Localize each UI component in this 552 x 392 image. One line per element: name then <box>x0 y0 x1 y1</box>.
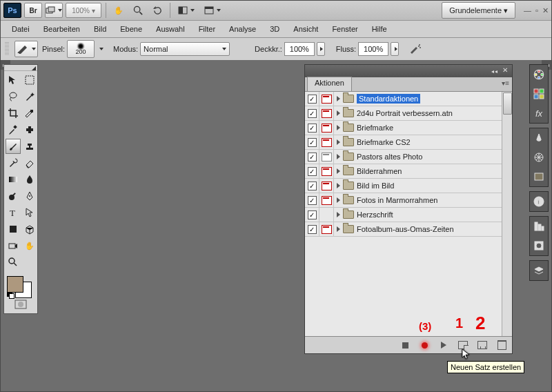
flow-field[interactable]: 100% <box>358 42 388 56</box>
expand-icon[interactable] <box>337 154 340 159</box>
action-row[interactable]: ✓Bilderrahmen <box>305 164 512 179</box>
action-row[interactable]: ✓Briefmarke CS2 <box>305 135 512 150</box>
menu-bearbeiten[interactable]: Bearbeiten <box>37 23 87 35</box>
toolbox-header[interactable] <box>4 65 37 71</box>
shape-tool[interactable] <box>6 222 21 237</box>
3d-tool[interactable] <box>22 222 37 237</box>
opacity-flyout[interactable] <box>317 42 325 56</box>
action-row[interactable]: ✓Fotos in Marmorrahmen <box>305 193 512 208</box>
navigator-panel-icon[interactable] <box>531 169 546 184</box>
menu-bild[interactable]: Bild <box>87 23 113 35</box>
stop-recording-button[interactable] <box>400 340 410 350</box>
color-panel-icon[interactable] <box>531 67 546 82</box>
brushes-panel-icon[interactable] <box>531 130 546 146</box>
collapse-panel-icon[interactable]: ◂◂ <box>491 68 498 75</box>
crop-tool[interactable] <box>6 106 21 121</box>
menu-datei[interactable]: Datei <box>5 23 37 35</box>
tool-preset-picker[interactable] <box>14 41 38 57</box>
scrollbar-thumb[interactable] <box>503 92 512 115</box>
dialog-toggle-icon[interactable] <box>322 210 332 219</box>
zoom-tool-box[interactable] <box>6 255 21 270</box>
toggle-check[interactable]: ✓ <box>308 95 317 104</box>
screen-mode-button[interactable] <box>201 3 224 18</box>
screens-button[interactable] <box>45 3 63 18</box>
close-button[interactable]: ✕ <box>542 6 549 15</box>
toggle-check[interactable]: ✓ <box>308 153 317 161</box>
action-row[interactable]: ✓Fotoalbum-aus-Omas-Zeiten <box>305 222 512 237</box>
opacity-field[interactable]: 100% <box>284 42 315 56</box>
dodge-tool[interactable] <box>6 188 21 204</box>
dialog-toggle-icon[interactable] <box>322 95 332 104</box>
menu-fenster[interactable]: Fenster <box>325 23 364 35</box>
blend-mode-combo[interactable]: Normal <box>140 42 230 56</box>
expand-icon[interactable] <box>337 212 340 217</box>
move-tool[interactable] <box>6 72 21 88</box>
quick-mask-toggle[interactable] <box>6 299 36 309</box>
delete-button[interactable] <box>497 340 506 350</box>
action-row[interactable]: ✓2d4u Portrait verbessern.atn <box>305 106 512 121</box>
3d-camera-tool[interactable] <box>6 238 21 253</box>
scrollbar[interactable] <box>502 92 512 336</box>
lasso-tool[interactable] <box>6 89 21 104</box>
marquee-tool[interactable] <box>22 72 37 88</box>
dialog-toggle-icon[interactable] <box>322 153 332 161</box>
menu-3d[interactable]: 3D <box>263 23 286 35</box>
action-row[interactable]: ✓Pastors altes Photo <box>305 150 512 164</box>
maximize-button[interactable]: ▫ <box>535 6 538 15</box>
menu-auswahl[interactable]: Auswahl <box>149 23 192 35</box>
wand-tool[interactable] <box>22 89 37 104</box>
toggle-check[interactable]: ✓ <box>308 109 317 118</box>
toggle-check[interactable]: ✓ <box>308 210 317 219</box>
hand-tool-icon[interactable]: ✋ <box>110 3 127 18</box>
toggle-check[interactable]: ✓ <box>308 182 317 190</box>
dialog-toggle-icon[interactable] <box>322 225 332 234</box>
toggle-check[interactable]: ✓ <box>308 225 317 234</box>
new-set-button[interactable] <box>458 340 468 350</box>
zoom-tool-icon[interactable] <box>130 3 146 18</box>
ps-logo-icon[interactable]: Ps <box>3 3 21 18</box>
action-row[interactable]: ✓Bild im Bild <box>305 179 512 193</box>
heal-tool[interactable] <box>22 122 37 137</box>
expand-icon[interactable] <box>337 125 340 130</box>
toggle-check[interactable]: ✓ <box>308 196 317 205</box>
arrange-docs-button[interactable] <box>175 3 198 18</box>
toggle-check[interactable]: ✓ <box>308 124 317 133</box>
actions-tab[interactable]: Aktionen <box>307 77 352 91</box>
dialog-toggle-icon[interactable] <box>322 138 332 147</box>
minimize-button[interactable]: — <box>524 6 531 15</box>
history-brush-tool[interactable] <box>6 155 21 170</box>
menu-hilfe[interactable]: Hilfe <box>365 23 394 35</box>
record-button[interactable] <box>420 340 429 350</box>
color-swatches[interactable] <box>6 275 33 299</box>
type-tool[interactable]: T <box>6 205 21 220</box>
brush-preset-picker[interactable]: 200 <box>67 40 95 58</box>
toggle-check[interactable]: ✓ <box>308 167 317 176</box>
expand-icon[interactable] <box>337 183 340 188</box>
gradient-tool[interactable] <box>6 172 21 187</box>
panel-titlebar[interactable]: ◂◂ ✕ <box>305 65 512 77</box>
expand-icon[interactable] <box>337 226 340 232</box>
expand-icon[interactable] <box>337 110 340 116</box>
action-row[interactable]: ✓Herzschrift <box>305 208 512 222</box>
menu-ebene[interactable]: Ebene <box>113 23 149 35</box>
expand-icon[interactable] <box>337 168 340 174</box>
info-panel-icon[interactable]: i <box>531 194 546 209</box>
swatches-panel-icon[interactable] <box>531 86 546 101</box>
actions-list[interactable]: ✓Standardaktionen✓2d4u Portrait verbesse… <box>305 92 512 336</box>
eraser-tool[interactable] <box>22 155 37 170</box>
stamp-tool[interactable] <box>22 139 37 154</box>
hand-tool-box[interactable]: ✋ <box>22 238 37 253</box>
foreground-swatch[interactable] <box>7 276 23 293</box>
menu-filter[interactable]: Filter <box>192 23 222 35</box>
close-panel-icon[interactable]: ✕ <box>502 68 509 75</box>
action-row[interactable]: ✓Briefmarke <box>305 121 512 135</box>
dialog-toggle-icon[interactable] <box>322 124 332 133</box>
pen-tool[interactable] <box>22 188 37 204</box>
airbrush-toggle[interactable] <box>407 41 424 57</box>
flow-flyout[interactable] <box>391 42 399 56</box>
new-action-button[interactable] <box>477 340 487 350</box>
clone-panel-icon[interactable] <box>531 150 546 165</box>
bridge-button[interactable]: Br <box>24 3 42 18</box>
zoom-combo[interactable]: 100% ▾ <box>66 3 101 18</box>
play-button[interactable] <box>439 340 448 350</box>
